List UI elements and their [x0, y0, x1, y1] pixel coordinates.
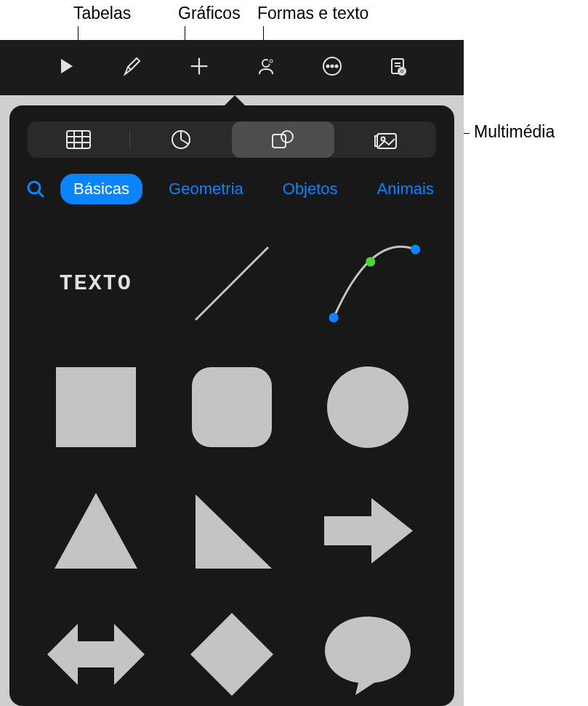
category-animals[interactable]: Animais — [364, 174, 447, 204]
format-brush-icon[interactable] — [121, 55, 142, 80]
insert-popover: Básicas Geometria Objetos Animais TEXTO — [9, 105, 454, 706]
svg-rect-33 — [56, 367, 136, 447]
callout-shapes-text: Formas e texto — [257, 4, 368, 23]
presenter-notes-icon[interactable] — [387, 55, 408, 80]
more-icon[interactable] — [321, 55, 343, 80]
shape-rounded-square[interactable] — [177, 353, 286, 462]
callout-media: Multimédia — [474, 122, 555, 142]
shape-square[interactable] — [41, 353, 150, 462]
app-canvas: Básicas Geometria Objetos Animais TEXTO — [0, 40, 464, 706]
collaborate-icon[interactable] — [255, 55, 277, 80]
segment-charts[interactable] — [130, 121, 233, 158]
shape-circle[interactable] — [313, 353, 422, 462]
svg-point-30 — [329, 313, 339, 322]
insert-plus-icon[interactable] — [187, 54, 212, 81]
shape-diamond[interactable] — [177, 600, 286, 706]
svg-marker-38 — [324, 498, 413, 563]
svg-rect-17 — [67, 131, 90, 148]
svg-rect-34 — [192, 367, 272, 447]
callout-charts: Gráficos — [178, 4, 241, 23]
svg-line-28 — [39, 192, 44, 197]
svg-point-24 — [281, 131, 293, 143]
text-shape-label: TEXTO — [60, 271, 132, 296]
svg-point-35 — [327, 366, 408, 448]
popover-beak — [222, 95, 248, 108]
shape-text[interactable]: TEXTO — [41, 229, 150, 338]
app-toolbar — [0, 40, 464, 95]
segment-media[interactable] — [334, 121, 437, 158]
svg-point-26 — [381, 137, 384, 141]
svg-marker-36 — [55, 493, 137, 569]
svg-marker-0 — [61, 59, 73, 73]
svg-point-8 — [326, 65, 329, 68]
svg-marker-39 — [47, 624, 145, 685]
category-basics[interactable]: Básicas — [60, 174, 142, 204]
shapes-grid: TEXTO — [9, 214, 454, 706]
shape-curve[interactable] — [313, 229, 422, 338]
segment-tables[interactable] — [28, 121, 130, 158]
svg-point-10 — [335, 65, 337, 68]
segment-shapes[interactable] — [232, 121, 334, 158]
callout-tables: Tabelas — [73, 4, 131, 23]
category-objects[interactable]: Objetos — [270, 174, 351, 204]
svg-point-27 — [28, 182, 40, 193]
svg-point-32 — [411, 245, 420, 254]
shape-arrow-right[interactable] — [313, 476, 422, 585]
category-geometry[interactable]: Geometria — [156, 174, 257, 204]
shape-right-triangle[interactable] — [177, 476, 286, 585]
shape-line[interactable] — [177, 229, 286, 338]
svg-point-9 — [331, 65, 333, 68]
shape-double-arrow[interactable] — [41, 600, 150, 706]
shape-speech-bubble[interactable] — [313, 600, 422, 706]
shape-category-row: Básicas Geometria Objetos Animais — [24, 172, 454, 206]
svg-point-16 — [401, 71, 403, 72]
play-icon[interactable] — [55, 55, 77, 80]
search-icon[interactable] — [24, 177, 47, 201]
svg-line-29 — [196, 247, 268, 320]
insert-type-segmented — [28, 121, 436, 158]
svg-marker-37 — [196, 494, 272, 569]
svg-point-31 — [366, 257, 376, 266]
shape-triangle[interactable] — [41, 476, 150, 585]
svg-marker-40 — [190, 613, 273, 696]
